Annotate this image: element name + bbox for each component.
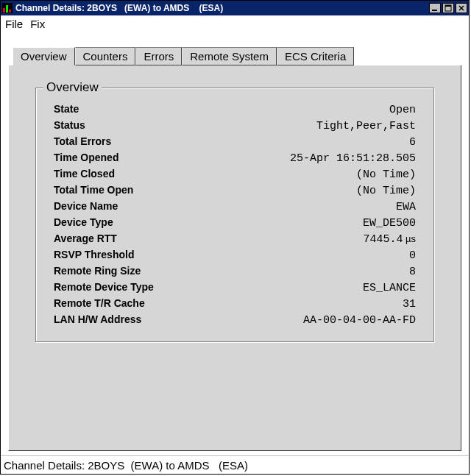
value-time-closed: (No Time) [220, 166, 416, 182]
row-rdev: Remote Device Type ES_LANCE [54, 280, 416, 296]
minimize-icon [431, 4, 439, 12]
row-time-opened: Time Opened 25-Apr 16:51:28.505 [54, 150, 416, 166]
client-area: Overview Counters Errors Remote System E… [1, 32, 469, 455]
row-device-type: Device Type EW_DE500 [54, 215, 416, 231]
label-trcache: Remote T/R Cache [54, 296, 220, 312]
row-status: Status Tight,Peer,Fast [54, 118, 416, 134]
value-device-type: EW_DE500 [220, 215, 416, 231]
row-device-name: Device Name EWA [54, 199, 416, 215]
label-ring: Remote Ring Size [54, 263, 220, 280]
value-avg-rtt-unit: µs [403, 233, 416, 244]
maximize-icon [445, 4, 452, 12]
window-buttons [429, 3, 467, 13]
tab-label: Errors [144, 50, 174, 63]
label-time-closed: Time Closed [54, 166, 220, 182]
title-bar: Channel Details: 2BOYS (EWA) to AMDS (ES… [1, 1, 469, 15]
menu-file[interactable]: File [5, 18, 23, 30]
tab-ecs-criteria[interactable]: ECS Criteria [277, 47, 354, 65]
minimize-button[interactable] [429, 3, 441, 13]
overview-legend: Overview [43, 80, 102, 95]
row-rsvp: RSVP Threshold 0 [54, 247, 416, 263]
value-rsvp: 0 [220, 247, 416, 263]
tab-label: Counters [83, 50, 128, 63]
value-lanhw: AA-00-04-00-AA-FD [220, 312, 416, 328]
tab-remote-system[interactable]: Remote System [182, 47, 277, 65]
value-total-time-open: (No Time) [220, 182, 416, 199]
window-frame: Channel Details: 2BOYS (EWA) to AMDS (ES… [0, 0, 470, 475]
close-icon [458, 4, 465, 12]
value-trcache: 31 [220, 296, 416, 312]
tab-page-overview: Overview State Open Status Tight,Peer,Fa… [8, 65, 461, 451]
value-rdev: ES_LANCE [220, 280, 416, 296]
app-icon [2, 3, 13, 13]
row-total-time-open: Total Time Open (No Time) [54, 182, 416, 199]
tab-label: Overview [21, 50, 67, 63]
row-trcache: Remote T/R Cache 31 [54, 296, 416, 312]
svg-rect-2 [445, 5, 451, 7]
value-time-opened: 25-Apr 16:51:28.505 [220, 150, 416, 166]
row-time-closed: Time Closed (No Time) [54, 166, 416, 182]
svg-rect-0 [432, 10, 437, 11]
menu-fix[interactable]: Fix [30, 18, 45, 30]
row-state: State Open [54, 102, 416, 118]
label-device-type: Device Type [54, 215, 220, 231]
row-avg-rtt: Average RTT 7445.4 µs [54, 231, 416, 247]
value-avg-rtt: 7445.4 µs [220, 231, 416, 247]
label-total-errors: Total Errors [54, 134, 220, 150]
value-device-name: EWA [220, 199, 416, 215]
label-avg-rtt: Average RTT [54, 231, 220, 247]
value-state: Open [220, 102, 416, 118]
label-rsvp: RSVP Threshold [54, 247, 220, 263]
value-status: Tight,Peer,Fast [220, 118, 416, 134]
label-time-opened: Time Opened [54, 150, 220, 166]
overview-table: State Open Status Tight,Peer,Fast Total … [54, 102, 416, 328]
label-device-name: Device Name [54, 199, 220, 215]
menu-bar: File Fix [1, 15, 469, 32]
tab-errors[interactable]: Errors [135, 47, 182, 65]
row-lanhw: LAN H/W Address AA-00-04-00-AA-FD [54, 312, 416, 328]
label-status: Status [54, 118, 220, 134]
close-button[interactable] [456, 3, 467, 13]
tab-strip: Overview Counters Errors Remote System E… [8, 46, 461, 65]
value-total-errors: 6 [220, 134, 416, 150]
maximize-button[interactable] [442, 3, 454, 13]
value-avg-rtt-number: 7445.4 [363, 233, 403, 246]
overview-fieldset: Overview State Open Status Tight,Peer,Fa… [35, 88, 434, 342]
value-ring: 8 [220, 263, 416, 280]
label-rdev: Remote Device Type [54, 280, 220, 296]
label-state: State [54, 102, 220, 118]
row-total-errors: Total Errors 6 [54, 134, 416, 150]
tab-overview[interactable]: Overview [13, 47, 75, 65]
row-ring: Remote Ring Size 8 [54, 263, 416, 280]
tab-label: ECS Criteria [285, 50, 346, 63]
status-bar: Channel Details: 2BOYS (EWA) to AMDS (ES… [1, 455, 469, 474]
label-lanhw: LAN H/W Address [54, 312, 220, 328]
tab-counters[interactable]: Counters [75, 47, 136, 65]
label-total-time-open: Total Time Open [54, 182, 220, 199]
window-title: Channel Details: 2BOYS (EWA) to AMDS (ES… [15, 3, 429, 13]
tab-label: Remote System [190, 50, 269, 63]
status-text: Channel Details: 2BOYS (EWA) to AMDS (ES… [4, 459, 248, 472]
